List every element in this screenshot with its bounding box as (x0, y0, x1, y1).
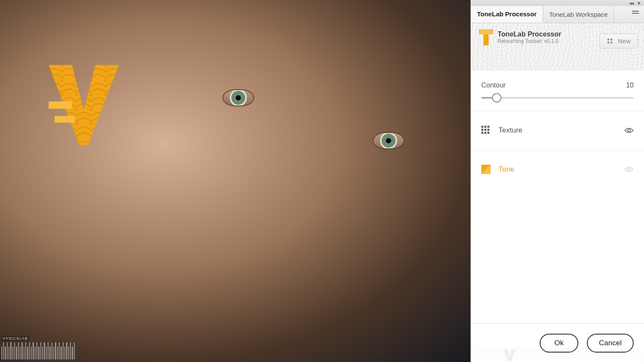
barcode-bars (1, 342, 75, 359)
cancel-button[interactable]: Cancel (587, 334, 634, 353)
svg-rect-2 (479, 29, 493, 34)
side-panel: ◂◂ ✕ ToneLab Processor ToneLab Workspace… (471, 0, 644, 362)
texture-section: Texture (471, 112, 644, 151)
cancel-label: Cancel (599, 339, 622, 347)
subject-eye-right (374, 133, 404, 148)
collapse-icon[interactable]: ◂◂ (629, 1, 634, 6)
svg-rect-0 (49, 102, 72, 109)
svg-point-7 (628, 168, 630, 171)
product-t-icon (479, 29, 493, 45)
panel-subtitle: Retouching Toolset: v0.1.0 (498, 38, 561, 44)
contour-slider[interactable] (481, 97, 634, 99)
tab-label: ToneLab Processor (477, 10, 537, 18)
svg-point-3 (607, 38, 609, 40)
contour-section: Contour 10 (471, 70, 644, 112)
tone-visibility-icon[interactable] (624, 166, 634, 173)
texture-visibility-icon[interactable] (624, 127, 634, 134)
close-icon[interactable]: ✕ (637, 1, 641, 6)
panel-footer: Ok Cancel (471, 323, 644, 362)
texture-grid-icon (481, 126, 491, 135)
brand-v-logo (47, 64, 120, 146)
panel-title: ToneLab Processor (498, 30, 561, 38)
contour-slider-handle[interactable] (492, 93, 501, 103)
barcode-label: VYSICSLAB (1, 336, 29, 341)
panel-header: ToneLab Processor Retouching Toolset: v0… (471, 23, 644, 70)
tab-workspace[interactable]: ToneLab Workspace (543, 6, 614, 23)
texture-label: Texture (498, 126, 522, 135)
subject-eye-left (223, 90, 253, 106)
ok-button[interactable]: Ok (540, 334, 578, 353)
panel-menu-icon[interactable] (632, 11, 640, 18)
svg-point-4 (610, 38, 612, 40)
tab-processor[interactable]: ToneLab Processor (471, 6, 543, 23)
canvas-barcode: VYSICSLAB (1, 336, 75, 359)
svg-rect-1 (55, 116, 75, 123)
svg-point-5 (607, 41, 609, 43)
image-canvas[interactable]: VYSICSLAB (0, 0, 471, 362)
tab-bar: ToneLab Processor ToneLab Workspace (471, 6, 644, 23)
new-button-label: New (618, 37, 631, 45)
tab-label: ToneLab Workspace (549, 11, 608, 18)
tone-label: Tone (498, 165, 514, 174)
app-root: VYSICSLAB ◂◂ ✕ ToneLab Processor ToneLab… (0, 0, 644, 362)
tone-section: Tone (471, 151, 644, 190)
tone-swatch-icon (481, 165, 491, 174)
panel-body: Contour 10 Texture Tone (471, 70, 644, 323)
ok-label: Ok (554, 339, 564, 347)
new-plus-icon (607, 38, 614, 45)
new-button[interactable]: New (599, 33, 638, 48)
layer-texture[interactable]: Texture (481, 123, 634, 138)
contour-value: 10 (626, 81, 634, 89)
footer-mini-v-icon (503, 349, 516, 361)
layer-tone[interactable]: Tone (481, 162, 634, 177)
svg-point-6 (628, 129, 630, 132)
panel-titlebar: ◂◂ ✕ (471, 0, 644, 6)
contour-label: Contour (481, 81, 506, 89)
